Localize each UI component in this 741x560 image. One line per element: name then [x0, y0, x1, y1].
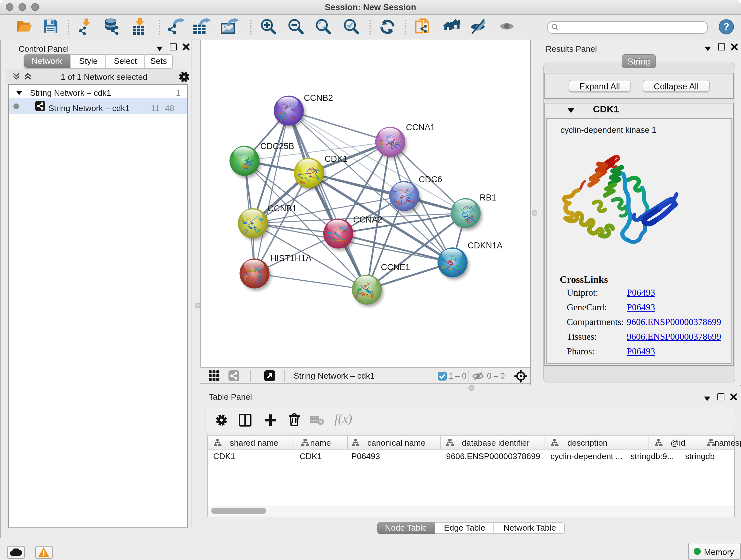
svg-text:?: ?	[724, 21, 730, 32]
svg-text:CDC6: CDC6	[419, 175, 442, 184]
svg-text:HIST1H1A: HIST1H1A	[270, 253, 312, 263]
svg-text:CCNA2: CCNA2	[353, 215, 382, 225]
svg-text:CDK1: CDK1	[325, 154, 347, 164]
svg-text:CCNE1: CCNE1	[381, 262, 410, 272]
svg-text:CDC25B: CDC25B	[260, 141, 294, 151]
svg-text:CCNA1: CCNA1	[406, 123, 435, 132]
svg-text:CCNB1: CCNB1	[268, 204, 297, 213]
svg-text:CDKN1A: CDKN1A	[468, 241, 502, 250]
svg-text:RB1: RB1	[480, 193, 496, 202]
svg-text:CCNB2: CCNB2	[304, 93, 333, 103]
